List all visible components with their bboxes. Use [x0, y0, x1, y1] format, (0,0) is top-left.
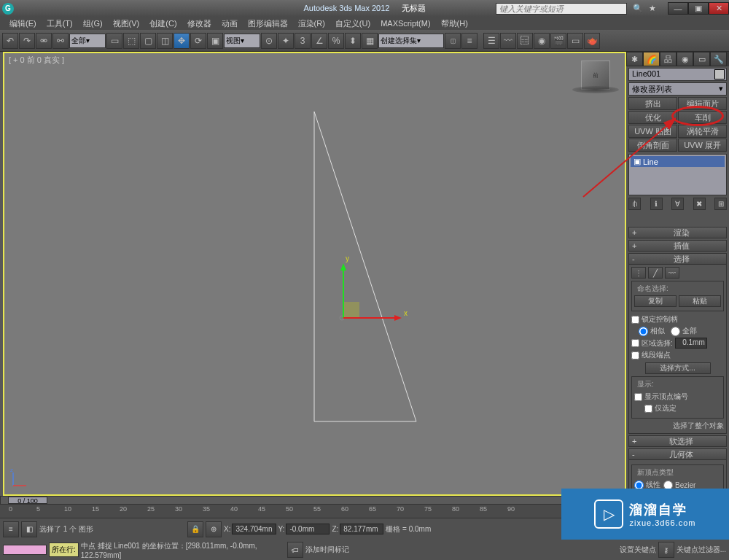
app-logo-icon[interactable]: G	[2, 3, 14, 15]
config-button[interactable]: ⊞	[714, 198, 727, 210]
segment-end-checkbox[interactable]	[631, 351, 639, 359]
maxscript-mini-button[interactable]: ≡	[3, 521, 19, 537]
percent-snap-button[interactable]: %	[328, 33, 344, 49]
time-slider-thumb[interactable]: 0 / 100	[8, 497, 47, 504]
time-tag-button[interactable]: 🏷	[287, 542, 303, 558]
area-select-checkbox[interactable]	[631, 339, 639, 347]
line-object[interactable]: y x	[4, 53, 625, 494]
similar-radio[interactable]	[639, 327, 648, 336]
menu-animation[interactable]: 动画	[217, 17, 243, 31]
snap-toggle-button[interactable]: 3	[295, 33, 311, 49]
named-sel-sets-dropdown[interactable]: 创建选择集▾	[378, 34, 444, 48]
menu-help[interactable]: 帮助(H)	[436, 17, 473, 31]
mod-editpatch-button[interactable]: 编辑面片	[678, 97, 727, 110]
rollout-render-header[interactable]: +渲染	[628, 227, 727, 238]
only-selected-checkbox[interactable]	[644, 405, 652, 413]
selection-filter-dropdown[interactable]: 全部▾	[69, 34, 106, 48]
search-icon[interactable]: 🔍	[633, 4, 643, 13]
subobj-vertex-button[interactable]: ⋮	[631, 267, 646, 279]
rollout-softsel-header[interactable]: +软选择	[628, 435, 727, 447]
object-name-field[interactable]: Line001	[628, 68, 727, 81]
render-button[interactable]: 🫖	[584, 33, 600, 49]
expand-icon[interactable]: ▣	[634, 157, 641, 166]
remove-mod-button[interactable]: ✖	[693, 198, 706, 210]
stack-item-line[interactable]: ▣Line	[631, 156, 725, 167]
maximize-button[interactable]: ▣	[688, 2, 709, 15]
rollout-select-header[interactable]: -选择	[628, 253, 727, 265]
material-editor-button[interactable]: ◉	[534, 33, 550, 49]
schematic-button[interactable]: ⿳	[517, 33, 533, 49]
pivot-button[interactable]: ⊙	[261, 33, 277, 49]
rollout-interp-header[interactable]: +插值	[628, 240, 727, 252]
setkey-button[interactable]: 设置关键点	[620, 545, 656, 555]
menu-tools[interactable]: 工具(T)	[42, 17, 78, 31]
add-time-tag[interactable]: 添加时间标记	[305, 545, 349, 555]
mirror-button[interactable]: ⎅	[445, 33, 461, 49]
modifier-stack[interactable]: ▣Line	[628, 154, 727, 195]
rollout-geom-header[interactable]: -几何体	[628, 448, 727, 460]
pin-stack-button[interactable]: ⫛	[628, 198, 641, 210]
key-filters-icon[interactable]: ⚷	[658, 542, 674, 558]
window-crossing-button[interactable]: ◫	[157, 33, 173, 49]
menu-edit[interactable]: 编辑(E)	[4, 17, 42, 31]
mod-uvwmap-button[interactable]: UVW 贴图	[628, 125, 677, 138]
mod-extrude-button[interactable]: 挤出	[628, 97, 677, 110]
utilities-tab[interactable]: 🔧	[710, 52, 727, 66]
close-button[interactable]: ✕	[709, 2, 729, 15]
mod-bevelprofile-button[interactable]: 倒角剖面	[628, 139, 677, 152]
modify-tab[interactable]: 🌈	[643, 52, 660, 66]
subobj-spline-button[interactable]: 〰	[665, 267, 679, 279]
time-slider-track[interactable]: 0 / 100	[0, 496, 626, 505]
subobj-segment-button[interactable]: ╱	[648, 267, 663, 279]
star-icon[interactable]: ★	[649, 4, 656, 13]
paste-sel-button[interactable]: 粘贴	[679, 295, 721, 307]
minimize-button[interactable]: —	[668, 2, 688, 15]
lock-selection-button[interactable]: ◧	[21, 521, 37, 537]
manipulate-button[interactable]: ✦	[278, 33, 294, 49]
motion-tab[interactable]: ◉	[677, 52, 693, 66]
copy-sel-button[interactable]: 复制	[634, 295, 677, 307]
mod-optimize-button[interactable]: 优化	[628, 111, 677, 124]
link-button[interactable]: ⚮	[36, 33, 52, 49]
menu-graph[interactable]: 图形编辑器	[243, 17, 293, 31]
script-listener[interactable]	[3, 545, 47, 555]
editpoly-button[interactable]: ▦	[362, 33, 378, 49]
modifier-list-dropdown[interactable]: 修改器列表▾	[628, 82, 727, 96]
spinner-snap-button[interactable]: ⬍	[345, 33, 361, 49]
show-end-button[interactable]: ℹ	[650, 198, 663, 210]
layer-button[interactable]: ☰	[483, 33, 499, 49]
menu-create[interactable]: 创建(C)	[144, 17, 182, 31]
show-vert-num-checkbox[interactable]	[634, 393, 642, 401]
curve-editor-button[interactable]: 〰	[500, 33, 516, 49]
mod-uvwunwrap-button[interactable]: UVW 展开	[678, 139, 727, 152]
hierarchy-tab[interactable]: 品	[660, 52, 677, 66]
create-tab[interactable]: ✱	[626, 52, 643, 66]
align-button[interactable]: ≡	[461, 33, 477, 49]
menu-customize[interactable]: 自定义(U)	[330, 17, 375, 31]
menu-render[interactable]: 渲染(R)	[293, 17, 330, 31]
y-coord-field[interactable]: -0.0mm	[286, 524, 330, 534]
menu-view[interactable]: 视图(V)	[108, 17, 145, 31]
select-name-button[interactable]: ⬚	[123, 33, 139, 49]
select-rect-button[interactable]: ▢	[140, 33, 156, 49]
unlink-button[interactable]: ⚯	[52, 33, 69, 49]
select-rotate-button[interactable]: ⟳	[190, 33, 206, 49]
select-move-button[interactable]: ✥	[174, 33, 190, 49]
lock-handles-checkbox[interactable]	[631, 316, 639, 324]
menu-group[interactable]: 组(G)	[78, 17, 108, 31]
lock-icon[interactable]: 🔒	[187, 521, 203, 537]
redo-button[interactable]: ↷	[19, 33, 35, 49]
area-value-spinner[interactable]: 0.1mm	[675, 338, 707, 349]
render-frame-button[interactable]: ▭	[567, 33, 583, 49]
select-by-button[interactable]: 选择方式...	[645, 362, 711, 374]
all-radio[interactable]	[671, 327, 680, 336]
menu-modifiers[interactable]: 修改器	[182, 17, 217, 31]
menu-maxscript[interactable]: MAXScript(M)	[375, 18, 435, 29]
select-object-button[interactable]: ▭	[106, 33, 122, 49]
display-tab[interactable]: ▭	[693, 52, 710, 66]
angle-snap-button[interactable]: ∠	[311, 33, 327, 49]
key-filters-button[interactable]: 关键点过滤器...	[677, 545, 726, 555]
select-scale-button[interactable]: ▣	[207, 33, 223, 49]
x-coord-field[interactable]: 324.704mn	[232, 524, 276, 534]
object-color-swatch[interactable]	[714, 69, 725, 79]
